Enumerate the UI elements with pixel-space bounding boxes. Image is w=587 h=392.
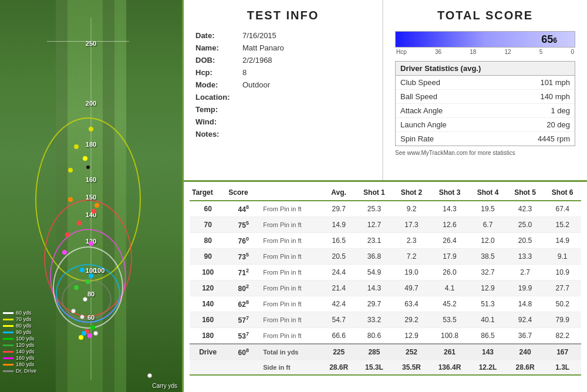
cell-shot4: 86.5: [469, 328, 507, 344]
cell-avg: 28.6R: [322, 360, 356, 376]
cell-desc: From Pin in ft: [261, 233, 322, 249]
cell-score: 802: [226, 281, 261, 296]
cell-desc: From Pin in ft: [261, 217, 322, 233]
cell-target: 100: [190, 265, 226, 281]
stat-spin-rate: Spin Rate 4445 rpm: [396, 132, 575, 146]
table-row: 160 577 From Pin in ft 54.7 33.2 29.2 53…: [190, 312, 581, 328]
cell-shot2: 9.2: [393, 201, 430, 217]
cell-desc: From Pin in ft: [261, 296, 322, 312]
col-score: Score: [226, 185, 261, 201]
cell-desc: From Pin in ft: [261, 281, 322, 296]
cell-shot5: 25.0: [507, 217, 544, 233]
stat-ball-speed: Ball Speed 140 mph: [396, 90, 575, 104]
cell-shot3: 17.9: [430, 249, 469, 265]
col-shot4: Shot 4: [469, 185, 507, 201]
score-value: 656: [541, 33, 557, 46]
cell-score: 755: [226, 217, 261, 233]
cell-desc: Total in yds: [261, 344, 322, 360]
test-info-title: TEST INFO: [195, 9, 370, 22]
stat-attack-angle: Attack Angle 1 deg: [396, 104, 575, 118]
cell-target: 140: [190, 296, 226, 312]
cell-shot6: 27.7: [544, 281, 581, 296]
yard-100-b: 100: [94, 267, 104, 274]
cell-shot1: 15.3L: [356, 360, 393, 376]
cell-shot5: 36.7: [507, 328, 544, 344]
cell-shot1: 29.7: [356, 296, 393, 312]
driver-stats-title: Driver Statistics (avg.): [396, 62, 575, 76]
top-section: TEST INFO Date: 7/16/2015 Name: Matt Pan…: [184, 0, 587, 182]
trackman-link: See www.MyTrackMan.com for more statisti…: [395, 150, 575, 156]
cell-avg: 29.7: [322, 201, 356, 217]
cell-shot1: 12.7: [356, 217, 393, 233]
cell-shot3: 45.2: [430, 296, 469, 312]
info-location: Location:: [195, 93, 370, 102]
cell-shot5: 13.3: [507, 249, 544, 265]
cell-shot1: 285: [356, 344, 393, 360]
cell-shot4: 12.9: [469, 281, 507, 296]
cell-score: 735: [226, 249, 261, 265]
table-row: 80 760 From Pin in ft 16.5 23.1 2.3 26.4…: [190, 233, 581, 249]
cell-shot2: 49.7: [393, 281, 430, 296]
cell-score: 628: [226, 296, 261, 312]
cell-shot3: 26.4: [430, 233, 469, 249]
cell-shot2: 2.3: [393, 233, 430, 249]
table-row: 180 537 From Pin in ft 66.6 80.6 12.9 10…: [190, 328, 581, 344]
cell-desc: From Pin in ft: [261, 201, 322, 217]
info-name: Name: Matt Panaro: [195, 43, 370, 52]
table-row: 140 628 From Pin in ft 42.4 29.7 63.4 45…: [190, 296, 581, 312]
cell-shot6: 79.9: [544, 312, 581, 328]
yard-200: 200: [86, 100, 96, 107]
info-temp: Temp:: [195, 105, 370, 114]
cell-shot4: 12.2L: [469, 360, 507, 376]
cell-desc: From Pin in ft: [261, 265, 322, 281]
cell-avg: 54.7: [322, 312, 356, 328]
cell-shot1: 54.9: [356, 265, 393, 281]
col-shot6: Shot 6: [544, 185, 581, 201]
cell-shot4: 12.0: [469, 233, 507, 249]
cell-shot2: 63.4: [393, 296, 430, 312]
cell-desc: From Pin in ft: [261, 249, 322, 265]
cell-shot4: 51.3: [469, 296, 507, 312]
cell-shot6: 67.4: [544, 201, 581, 217]
cell-shot2: 19.0: [393, 265, 430, 281]
cell-shot4: 40.1: [469, 312, 507, 328]
driver-stats-table: Driver Statistics (avg.) Club Speed 101 …: [395, 61, 575, 146]
cell-avg: 42.4: [322, 296, 356, 312]
cell-shot1: 25.3: [356, 201, 393, 217]
info-mode: Mode: Outdoor: [195, 80, 370, 89]
cell-shot3: 14.3: [430, 201, 469, 217]
cell-shot2: 17.3: [393, 217, 430, 233]
table-row: 70 755 From Pin in ft 14.9 12.7 17.3 12.…: [190, 217, 581, 233]
yard-80: 80: [87, 290, 95, 298]
cell-shot3: 136.4R: [430, 360, 469, 376]
cell-score: 448: [226, 201, 261, 217]
right-panel: TEST INFO Date: 7/16/2015 Name: Matt Pan…: [182, 0, 587, 392]
cell-shot1: 36.8: [356, 249, 393, 265]
col-target: Target: [190, 185, 226, 201]
table-row: 90 735 From Pin in ft 20.5 36.8 7.2 17.9…: [190, 249, 581, 265]
carry-label: Carry yds: [152, 383, 177, 389]
cell-shot6: 9.1: [544, 249, 581, 265]
cell-shot3: 12.6: [430, 217, 469, 233]
cell-score: 760: [226, 233, 261, 249]
shots-table: Target Score Avg. Shot 1 Shot 2 Shot 3 S…: [190, 185, 581, 376]
cell-shot4: 32.7: [469, 265, 507, 281]
cell-avg: 20.5: [322, 249, 356, 265]
cell-score: 577: [226, 312, 261, 328]
table-row: Drive 608 Total in yds 225 285 252 261 1…: [190, 344, 581, 360]
cell-target: 90: [190, 249, 226, 265]
col-shot3: Shot 3: [430, 185, 469, 201]
yard-180: 180: [86, 141, 96, 148]
table-row: 60 448 From Pin in ft 29.7 25.3 9.2 14.3…: [190, 201, 581, 217]
cell-shot3: 26.0: [430, 265, 469, 281]
info-notes: Notes:: [195, 130, 370, 138]
cell-target: 60: [190, 201, 226, 217]
col-avg: Avg.: [322, 185, 356, 201]
cell-shot3: 4.1: [430, 281, 469, 296]
cell-shot6: 10.9: [544, 265, 581, 281]
cell-target: [190, 360, 226, 376]
hcp-label: Hcp: [396, 49, 407, 55]
cell-shot1: 33.2: [356, 312, 393, 328]
cell-target: Drive: [190, 344, 226, 360]
cell-shot5: 20.5: [507, 233, 544, 249]
